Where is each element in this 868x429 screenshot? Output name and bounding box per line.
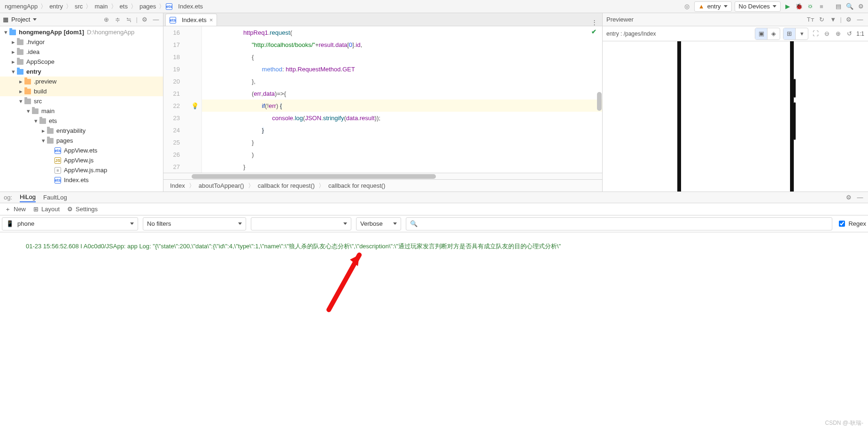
project-tree[interactable]: ▾ hongmengApp [dom1] D:\hongmengApp ▸.hv… <box>0 26 163 192</box>
breadcrumb-item[interactable]: entry <box>47 2 65 11</box>
code-area[interactable]: 16171819202122💡2324252627 httpReq1.reque… <box>163 26 602 173</box>
run-config-select[interactable]: ▲ entry <box>694 1 732 12</box>
log-new-button[interactable]: ＋New <box>5 205 26 214</box>
device-frame <box>677 41 794 192</box>
tree-item[interactable]: etsIndex.ets <box>0 175 163 185</box>
debug-icon[interactable]: 🐞 <box>795 2 803 11</box>
tree-twisty-icon[interactable]: ▾ <box>39 137 47 144</box>
target-icon[interactable]: ◎ <box>683 2 691 11</box>
search-icon[interactable]: 🔍 <box>845 2 854 11</box>
tree-item[interactable]: ▸.preview <box>0 77 163 86</box>
tree-item[interactable]: ≡AppView.js.map <box>0 165 163 175</box>
zoom-in-icon[interactable]: ⊕ <box>834 30 842 38</box>
log-search-field[interactable] <box>421 220 828 228</box>
sidebar-settings-icon[interactable]: ⚙ <box>140 15 149 24</box>
breadcrumb-item[interactable]: src <box>73 2 85 11</box>
log-settings-icon[interactable]: ⚙ <box>845 193 853 202</box>
tree-twisty-icon[interactable]: ▾ <box>9 68 17 75</box>
tree-twisty-icon[interactable]: ▸ <box>9 38 17 46</box>
verbose-label: Verbose <box>360 220 389 227</box>
expand-all-icon[interactable]: ≑ <box>114 15 122 24</box>
hide-previewer-icon[interactable]: — <box>856 15 864 24</box>
editor-tabs: ets Index.ets × ⋮ <box>163 13 602 26</box>
editor-scrollbar-h[interactable] <box>163 173 602 179</box>
tree-item[interactable]: ▾ets <box>0 116 163 126</box>
log-tab-hilog[interactable]: HiLog <box>20 192 36 202</box>
tree-twisty-icon[interactable]: ▾ <box>24 107 32 115</box>
log-tab-faultlog[interactable]: FaultLog <box>43 193 67 202</box>
breadcrumb-item[interactable]: main <box>93 2 109 11</box>
tree-twisty-icon[interactable]: ▸ <box>9 48 17 55</box>
editor-bc-item[interactable]: callback for request() <box>256 181 317 190</box>
breadcrumb-item[interactable]: ets <box>118 2 130 11</box>
editor-scrollbar-v[interactable] <box>597 40 602 159</box>
tree-item[interactable]: ▸.hvigor <box>0 37 163 47</box>
tree-item[interactable]: ▾src <box>0 96 163 106</box>
filter-icon[interactable]: ▼ <box>829 15 837 24</box>
folder-icon <box>24 99 31 104</box>
log-layout-button[interactable]: ⊞Layout <box>33 206 60 213</box>
close-tab-icon[interactable]: × <box>209 16 213 23</box>
tree-twisty-icon[interactable]: ▸ <box>39 127 47 134</box>
tree-item[interactable]: etsAppView.ets <box>0 146 163 155</box>
device-select[interactable]: No Devices <box>735 1 781 12</box>
project-view-select[interactable] <box>33 18 37 21</box>
editor-bc-item[interactable]: callback for request() <box>326 181 387 190</box>
tree-item[interactable]: ▸.idea <box>0 47 163 57</box>
tree-twisty-icon[interactable]: ▸ <box>9 58 17 65</box>
log-filter-select[interactable]: No filters <box>143 217 246 230</box>
tree-root[interactable]: ▾ hongmengApp [dom1] D:\hongmengApp <box>0 27 163 37</box>
log-search-input[interactable]: 🔍 <box>406 217 832 230</box>
inspect-component-icon[interactable]: ▣ <box>755 28 767 39</box>
tree-twisty-icon[interactable]: ▸ <box>17 78 24 85</box>
hide-sidebar-icon[interactable]: — <box>152 15 160 24</box>
log-settings-button[interactable]: ⚙Settings <box>67 206 98 213</box>
log-output[interactable]: 01-23 15:56:52.608 I A0c0d0/JSApp: app L… <box>0 232 868 429</box>
previewer-panel: Previewer Tᴛ ↻ ▼ | ⚙ — entry : /pages/In… <box>602 13 868 192</box>
tree-item[interactable]: ▾entry <box>0 67 163 77</box>
tree-item[interactable]: ▾pages <box>0 136 163 146</box>
breadcrumb-item[interactable]: pages <box>138 2 158 11</box>
verbose-filter-select[interactable]: Verbose <box>356 217 401 230</box>
project-structure-icon[interactable]: ▤ <box>834 2 843 11</box>
run-icon[interactable]: ▶ <box>783 2 792 11</box>
tree-item[interactable]: ▸entryability <box>0 126 163 136</box>
process-filter-select[interactable] <box>251 217 351 230</box>
tree-item[interactable]: JSAppView.js <box>0 155 163 165</box>
bulb-icon[interactable]: 💡 <box>191 102 199 109</box>
settings-icon[interactable]: ⚙ <box>857 2 865 11</box>
profile-icon[interactable]: ⛭ <box>806 2 814 11</box>
stop-icon[interactable]: ■ <box>817 2 826 11</box>
refresh-icon[interactable]: ↻ <box>818 15 826 24</box>
hide-log-icon[interactable]: — <box>856 193 864 202</box>
regex-checkbox-input[interactable] <box>839 221 845 227</box>
collapse-all-icon[interactable]: ≒ <box>125 15 133 24</box>
grid-icon[interactable]: ⊞ <box>783 28 796 39</box>
tree-item[interactable]: ▾main <box>0 106 163 116</box>
tree-twisty-icon[interactable]: ▾ <box>32 117 39 124</box>
folder-icon <box>24 89 31 94</box>
rotate-icon[interactable]: ↺ <box>845 30 853 38</box>
tree-twisty-icon[interactable]: ▸ <box>17 88 24 95</box>
select-open-file-icon[interactable]: ⊕ <box>102 15 111 24</box>
inspect-layers-icon[interactable]: ◈ <box>767 28 780 39</box>
chevron-down-icon[interactable]: ▾ <box>796 28 808 39</box>
editor-bc-item[interactable]: Index <box>168 181 187 190</box>
tree-twisty-icon[interactable]: ▾ <box>17 98 24 105</box>
preview-canvas[interactable] <box>603 41 868 192</box>
folder-icon <box>17 49 23 55</box>
regex-checkbox[interactable]: Regex <box>837 219 866 228</box>
zoom-out-icon[interactable]: ⊖ <box>822 30 831 38</box>
previewer-settings-icon[interactable]: ⚙ <box>845 15 853 24</box>
editor-tab-index-ets[interactable]: ets Index.ets × <box>165 14 217 26</box>
editor-more-icon[interactable]: ⋮ <box>587 19 602 26</box>
breadcrumb-item[interactable]: Index.ets <box>176 2 205 11</box>
breadcrumb-item[interactable]: ngmengApp <box>3 2 39 11</box>
tree-item[interactable]: ▸build <box>0 86 163 96</box>
tree-item[interactable]: ▸AppScope <box>0 57 163 67</box>
fullscreen-icon[interactable]: ⛶ <box>811 30 820 38</box>
editor-bc-item[interactable]: aboutToAppear() <box>197 181 246 190</box>
tree-item-label: AppView.ets <box>64 147 97 154</box>
device-filter-select[interactable]: 📱 phone <box>2 217 138 230</box>
text-tool-icon[interactable]: Tᴛ <box>806 15 815 24</box>
